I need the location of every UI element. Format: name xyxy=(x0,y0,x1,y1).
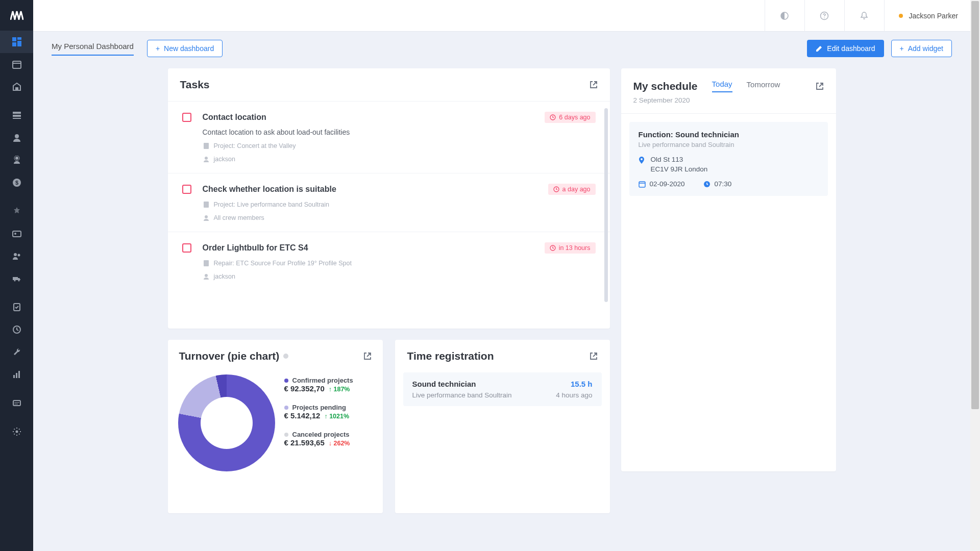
nav-contacts[interactable] xyxy=(0,127,33,149)
legend-label: Projects pending xyxy=(292,404,346,411)
svg-rect-4 xyxy=(13,61,21,68)
dashboard-title[interactable]: My Personal Dashboard xyxy=(52,42,134,56)
sidebar: $ xyxy=(0,0,33,551)
nav-id-card[interactable] xyxy=(0,222,33,245)
open-turnover-icon[interactable] xyxy=(363,352,372,360)
nav-finance[interactable]: $ xyxy=(0,171,33,194)
nav-stats[interactable] xyxy=(0,363,33,386)
nav-tasks[interactable] xyxy=(0,296,33,318)
schedule-date: 2 September 2020 xyxy=(633,96,824,104)
svg-rect-0 xyxy=(12,37,16,41)
nav-dashboard[interactable] xyxy=(0,31,33,53)
svg-point-10 xyxy=(15,134,19,138)
svg-rect-19 xyxy=(13,277,18,280)
legend-pct: ↓ 262% xyxy=(329,440,350,447)
edit-dashboard-button[interactable]: Edit dashboard xyxy=(807,40,884,57)
svg-point-16 xyxy=(14,233,16,235)
document-icon xyxy=(203,142,210,149)
open-tasks-icon[interactable] xyxy=(590,81,598,89)
scrollbar-thumb[interactable] xyxy=(971,1,979,409)
time-item-ago: 4 hours ago xyxy=(556,391,592,399)
document-icon xyxy=(203,201,210,208)
legend-item: Projects pending € 5.142,12↑ 1021% xyxy=(284,404,373,420)
turnover-donut-chart xyxy=(178,374,275,471)
svg-rect-43 xyxy=(639,182,645,187)
task-row[interactable]: Contact location 6 days ago Contact loca… xyxy=(168,101,610,173)
person-icon xyxy=(203,214,210,221)
nav-time[interactable] xyxy=(0,318,33,341)
open-time-icon[interactable] xyxy=(590,352,598,360)
legend-item: Confirmed projects € 92.352,70↑ 187% xyxy=(284,377,373,393)
nav-crew[interactable] xyxy=(0,149,33,171)
task-checkbox[interactable] xyxy=(182,113,191,122)
schedule-widget: My schedule Today Tomorrow 2 September 2… xyxy=(621,68,836,471)
clock-icon xyxy=(703,181,710,188)
legend-item: Canceled projects € 21.593,65↓ 262% xyxy=(284,431,373,447)
time-widget: Time registration Sound technician 15.5 … xyxy=(395,340,610,513)
theme-icon[interactable] xyxy=(765,0,804,32)
svg-point-36 xyxy=(205,157,208,160)
task-row[interactable]: Check whether location is suitable a day… xyxy=(168,173,610,232)
clock-icon xyxy=(550,114,556,120)
schedule-address-2: EC1V 9JR London xyxy=(651,165,708,173)
schedule-item[interactable]: Function: Sound technician Live performa… xyxy=(629,122,828,196)
help-icon[interactable] xyxy=(804,0,844,32)
svg-rect-38 xyxy=(204,202,209,208)
svg-rect-9 xyxy=(13,118,21,119)
legend-value: € 92.352,70 xyxy=(284,384,325,393)
svg-text:$: $ xyxy=(15,180,18,186)
nav-equipment[interactable] xyxy=(0,200,33,222)
calendar-icon xyxy=(639,181,646,188)
task-due-badge: in 13 hours xyxy=(545,242,596,254)
time-title: Time registration xyxy=(407,350,494,362)
page-scrollbar[interactable] xyxy=(970,0,980,551)
person-icon xyxy=(203,273,210,280)
nav-messages[interactable] xyxy=(0,392,33,414)
document-icon xyxy=(203,260,210,267)
bell-icon[interactable] xyxy=(844,0,884,32)
task-project: Project: Concert at the Valley xyxy=(214,142,296,149)
svg-rect-1 xyxy=(17,37,21,40)
clock-icon xyxy=(553,186,559,192)
nav-maintenance[interactable] xyxy=(0,341,33,363)
add-widget-button[interactable]: + Add widget xyxy=(891,40,952,57)
task-assignee: All crew members xyxy=(214,214,264,221)
new-dashboard-label: New dashboard xyxy=(164,44,214,53)
clock-icon xyxy=(550,245,556,251)
task-title: Order Lightbulb for ETC S4 xyxy=(203,243,308,253)
turnover-status-dot xyxy=(283,354,288,359)
nav-settings[interactable] xyxy=(0,420,33,443)
svg-point-11 xyxy=(15,157,18,160)
nav-team[interactable] xyxy=(0,245,33,267)
tab-tomorrow[interactable]: Tomorrow xyxy=(747,80,780,92)
tab-today[interactable]: Today xyxy=(712,80,732,92)
schedule-function: Function: Sound technician xyxy=(639,130,819,139)
task-checkbox[interactable] xyxy=(182,185,191,194)
tasks-widget: Tasks Contact location 6 days ago Contac… xyxy=(168,68,610,329)
svg-rect-3 xyxy=(12,42,16,46)
nav-warehouse[interactable] xyxy=(0,76,33,98)
svg-point-17 xyxy=(14,253,17,256)
nav-vehicles[interactable] xyxy=(0,267,33,290)
svg-rect-15 xyxy=(13,231,21,237)
legend-dot xyxy=(284,433,288,437)
task-due-badge: a day ago xyxy=(548,184,596,195)
time-item[interactable]: Sound technician 15.5 h Live performance… xyxy=(403,372,602,406)
new-dashboard-button[interactable]: + New dashboard xyxy=(147,40,223,57)
task-due-badge: 6 days ago xyxy=(545,112,595,123)
svg-point-33 xyxy=(824,17,825,18)
legend-pct: ↑ 1021% xyxy=(324,413,349,420)
time-item-sub: Live performance band Soultrain xyxy=(412,391,512,399)
open-schedule-icon[interactable] xyxy=(816,82,824,90)
nav-calendar[interactable] xyxy=(0,53,33,76)
task-assignee: jackson xyxy=(214,156,235,163)
nav-projects[interactable] xyxy=(0,104,33,127)
task-row[interactable]: Order Lightbulb for ETC S4 in 13 hours R… xyxy=(168,232,610,290)
dashboard-toolbar: My Personal Dashboard + New dashboard Ed… xyxy=(52,40,952,57)
svg-point-30 xyxy=(15,431,18,433)
svg-rect-26 xyxy=(18,371,20,378)
svg-rect-2 xyxy=(17,41,21,46)
plus-icon: + xyxy=(900,44,904,53)
task-checkbox[interactable] xyxy=(182,243,191,253)
user-menu[interactable]: Jackson Parker xyxy=(884,0,958,32)
